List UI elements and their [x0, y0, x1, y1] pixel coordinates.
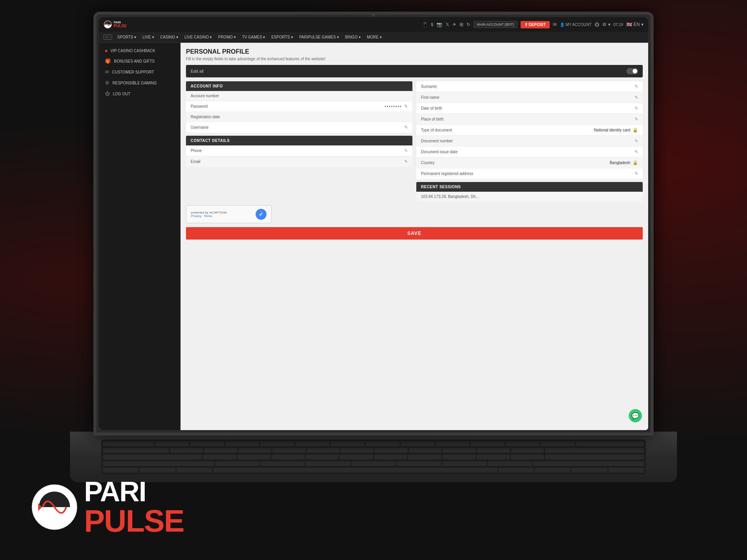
firstname-field: First name ✎	[416, 92, 643, 103]
surname-field: Surname ✎	[416, 81, 643, 92]
laptop-keyboard	[101, 439, 646, 474]
bottom-logo-pulse: PULSE	[84, 506, 184, 537]
deposit-button[interactable]: ⬆ DEPOSIT	[521, 21, 550, 28]
recent-sessions-header: RECENT SESSIONS	[416, 182, 643, 192]
mail-sidebar-icon: ✉	[105, 69, 109, 75]
email-edit-icon[interactable]: ✎	[404, 159, 408, 164]
country-lock-icon: 🔒	[633, 160, 638, 165]
document-type-field: Type of document National identity card …	[416, 125, 643, 136]
nav-paripulse-games[interactable]: PARIPULSE GAMES ▾	[298, 33, 340, 41]
save-button[interactable]: SAVE	[186, 227, 643, 240]
logout-sidebar-icon: ⏻	[105, 91, 110, 96]
top-navbar: PARI PULSE 📱 $ 📷 𝕏 ✈ ⊞ ↻ MAIN ACCOUN	[99, 17, 648, 32]
mobile-icon[interactable]: 📱	[422, 22, 428, 27]
pob-field: Place of birth ✎	[416, 114, 643, 125]
nav-casino[interactable]: CASINO ▾	[160, 33, 179, 41]
phone-edit-icon[interactable]: ✎	[404, 148, 408, 153]
clock-display: 07:19	[614, 23, 623, 27]
sidebar-item-customer-support[interactable]: ✉ CUSTOMER SUPPORT	[99, 66, 181, 77]
gift-icon: 🎁	[105, 58, 111, 64]
logo-icon	[103, 20, 112, 29]
contact-details-header: CONTACT DETAILS	[186, 136, 412, 145]
username-field: Username ✎	[186, 122, 412, 133]
nav-more[interactable]: MORE ▾	[366, 33, 382, 41]
twitter-icon[interactable]: 𝕏	[445, 22, 449, 27]
session-row: 103.84.173.28, Bangladesh, Dh...	[416, 192, 643, 201]
nav-live[interactable]: LIVE ▾	[142, 33, 154, 41]
sidebar: VIP CASINO CASHBACK 🎁 BONUSES AND GIFTS …	[99, 43, 181, 430]
content-area: PERSONAL PROFILE Fill in the empty field…	[181, 43, 648, 430]
sidebar-item-logout[interactable]: ⏻ LOG OUT	[99, 88, 181, 99]
nav-bingo[interactable]: BINGO ▾	[344, 33, 361, 41]
username-edit-icon[interactable]: ✎	[404, 125, 408, 130]
secondary-navbar: 21+ SPORTS ▾ LIVE ▾ CASINO ▾ LIVE CASINO…	[99, 32, 648, 43]
country-field: Country Bangladesh 🔒	[416, 158, 643, 168]
refresh-icon[interactable]: ↻	[466, 22, 470, 27]
logout-icon[interactable]: ⏻	[594, 22, 599, 27]
doc-issue-edit-icon[interactable]: ✎	[635, 149, 638, 154]
telegram-icon[interactable]: ✈	[452, 22, 456, 27]
bottom-logo-pari: PARI	[84, 478, 184, 506]
nav-promo[interactable]: PROMO ▾	[217, 33, 237, 41]
nav-live-casino[interactable]: LIVE CASINO ▾	[184, 33, 213, 41]
account-number-field: Account number	[186, 91, 412, 101]
qr-icon[interactable]: ⊞	[459, 22, 463, 27]
pob-edit-icon[interactable]: ✎	[635, 117, 638, 122]
my-account-nav[interactable]: 👤 MY ACCOUNT	[560, 23, 592, 27]
password-field: Password •••••••• ✎	[186, 101, 412, 112]
dob-edit-icon[interactable]: ✎	[635, 106, 638, 111]
sidebar-label-bonuses: BONUSES AND GIFTS	[114, 59, 154, 63]
laptop-screen: PARI PULSE 📱 $ 📷 𝕏 ✈ ⊞ ↻ MAIN ACCOUN	[99, 17, 648, 430]
sidebar-label-logout: LOG OUT	[113, 92, 130, 96]
sidebar-item-responsible-gaming[interactable]: ⚙ RESPONSIBLE GAMING	[99, 77, 181, 88]
page-subtitle: Fill in the empty fields to take advanta…	[186, 57, 643, 61]
document-issue-date-field: Document issue date ✎	[416, 147, 643, 158]
registration-date-field: Registration date	[186, 112, 412, 122]
account-info-header: ACCOUNT INFO	[186, 81, 412, 91]
phone-field: Phone ✎	[186, 145, 412, 156]
sidebar-item-vip[interactable]: VIP CASINO CASHBACK	[99, 46, 181, 56]
page-title: PERSONAL PROFILE	[186, 48, 643, 55]
sidebar-label-responsible: RESPONSIBLE GAMING	[112, 81, 157, 85]
mail-icon[interactable]: ✉	[553, 22, 557, 27]
chat-button[interactable]: 💬	[629, 409, 642, 422]
currency-icon[interactable]: $	[431, 22, 433, 27]
main-account-button[interactable]: MAIN ACCOUNT (BDT)	[473, 21, 517, 28]
document-number-field: Document number ✎	[416, 136, 643, 147]
recaptcha-text-line2: Privacy · Terms	[191, 214, 227, 218]
language-selector[interactable]: 🇬🇧 EN ▾	[626, 22, 644, 27]
recaptcha-area: protected by reCAPTCHA Privacy · Terms ✓	[186, 205, 643, 223]
email-field: Email ✎	[186, 156, 412, 167]
firstname-edit-icon[interactable]: ✎	[635, 95, 638, 100]
doc-number-edit-icon[interactable]: ✎	[635, 138, 638, 144]
dob-field: Date of birth ✎	[416, 103, 643, 114]
account-info-section: ACCOUNT INFO Account number Password •••…	[186, 81, 412, 133]
personal-info-section: Surname ✎ First name ✎	[416, 81, 643, 179]
active-dot-icon	[105, 50, 107, 52]
edit-all-toggle[interactable]	[626, 68, 638, 74]
recaptcha-box[interactable]: protected by reCAPTCHA Privacy · Terms ✓	[186, 205, 272, 223]
instagram-icon[interactable]: 📷	[437, 22, 442, 27]
address-field: Permanent registered address ✎	[416, 168, 643, 179]
recaptcha-text-line1: protected by reCAPTCHA	[191, 211, 227, 214]
age-badge: 21+	[103, 35, 112, 40]
paripulse-logo-icon-large	[31, 484, 78, 530]
sidebar-item-bonuses[interactable]: 🎁 BONUSES AND GIFTS	[99, 56, 181, 66]
recaptcha-logo: ✓	[256, 209, 267, 220]
nav-sports[interactable]: SPORTS ▾	[117, 33, 137, 41]
sidebar-label-vip: VIP CASINO CASHBACK	[110, 49, 155, 53]
password-edit-icon[interactable]: ✎	[404, 104, 408, 109]
contact-details-section: CONTACT DETAILS Phone ✎ Email ✎	[186, 136, 412, 167]
site-logo[interactable]: PARI PULSE	[103, 20, 126, 29]
edit-all-bar: Edit all	[186, 65, 643, 77]
sidebar-label-support: CUSTOMER SUPPORT	[112, 70, 154, 74]
address-edit-icon[interactable]: ✎	[635, 171, 638, 176]
shield-icon: ⚙	[105, 80, 109, 86]
logo-pulse: PULSE	[114, 24, 126, 28]
settings-icon[interactable]: ⚙ ▾	[602, 22, 610, 27]
surname-edit-icon[interactable]: ✎	[635, 84, 638, 89]
recent-sessions-section: RECENT SESSIONS 103.84.173.28, Banglades…	[416, 182, 643, 201]
nav-esports[interactable]: ESPORTS ▾	[270, 33, 293, 41]
document-type-lock-icon: 🔒	[633, 128, 638, 133]
nav-tv-games[interactable]: TV GAMES ▾	[241, 33, 266, 41]
